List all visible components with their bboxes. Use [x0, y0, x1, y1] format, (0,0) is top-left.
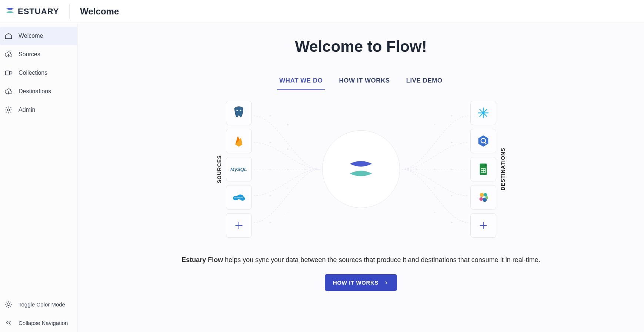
svg-marker-17	[478, 135, 488, 147]
source-mysql[interactable]: MySQL	[226, 157, 252, 181]
right-connectors	[400, 103, 470, 236]
sidebar-item-label: Collections	[19, 70, 47, 76]
sidebar: Welcome Sources Collections Destinations	[0, 23, 78, 332]
destinations-label: DESTINATIONS	[500, 148, 506, 190]
sources-column: MySQL salesforce	[226, 101, 252, 238]
tab-bar: WHAT WE DO HOW IT WORKS LIVE DEMO	[93, 74, 629, 90]
chevrons-left-icon	[4, 319, 13, 327]
description-bold: Estuary Flow	[181, 256, 223, 264]
collapse-navigation[interactable]: Collapse Navigation	[0, 313, 77, 332]
left-connectors	[252, 103, 322, 236]
sidebar-item-label: Welcome	[19, 33, 43, 39]
svg-point-4	[236, 110, 238, 111]
source-salesforce[interactable]: salesforce	[226, 185, 252, 209]
tab-live-demo[interactable]: LIVE DEMO	[404, 74, 445, 90]
cloud-download-icon	[4, 87, 13, 95]
estuary-logo-icon	[5, 6, 15, 17]
destination-google-sheets[interactable]	[470, 157, 496, 181]
sidebar-item-welcome[interactable]: Welcome	[0, 27, 77, 45]
svg-point-5	[240, 110, 241, 111]
sidebar-item-label: Destinations	[19, 88, 51, 95]
sidebar-item-sources[interactable]: Sources	[0, 45, 77, 64]
source-postgresql[interactable]	[226, 101, 252, 125]
hero-title: Welcome to Flow!	[93, 38, 629, 56]
svg-point-25	[483, 193, 487, 197]
destination-snowflake[interactable]	[470, 101, 496, 125]
sidebar-item-label: Admin	[19, 107, 35, 113]
mysql-text-icon: MySQL	[230, 167, 247, 172]
sidebar-item-label: Sources	[19, 51, 40, 58]
sun-icon	[4, 300, 13, 308]
nav-list: Welcome Sources Collections Destinations	[0, 23, 77, 119]
svg-point-2	[7, 109, 10, 111]
home-icon	[4, 32, 13, 40]
svg-point-16	[482, 112, 484, 114]
shell: Welcome Sources Collections Destinations	[0, 23, 644, 332]
header: ESTUARY Welcome	[0, 0, 644, 23]
sidebar-item-destinations[interactable]: Destinations	[0, 82, 77, 101]
svg-rect-0	[6, 71, 10, 75]
cta-row: HOW IT WORKS	[93, 274, 629, 291]
destination-elastic[interactable]	[470, 185, 496, 209]
sidebar-footer-label: Collapse Navigation	[19, 320, 68, 326]
tab-how-it-works[interactable]: HOW IT WORKS	[337, 74, 392, 90]
destinations-column	[470, 101, 496, 238]
brand-logo[interactable]: ESTUARY	[5, 4, 70, 19]
collections-icon	[4, 69, 13, 77]
sidebar-item-admin[interactable]: Admin	[0, 101, 77, 119]
cta-label: HOW IT WORKS	[333, 279, 378, 286]
svg-text:salesforce: salesforce	[234, 197, 243, 199]
svg-point-3	[7, 303, 10, 305]
sources-label: SOURCES	[216, 155, 222, 183]
how-it-works-button[interactable]: HOW IT WORKS	[325, 274, 397, 291]
source-add[interactable]	[226, 213, 252, 238]
svg-point-1	[10, 72, 12, 74]
flow-diagram: SOURCES MySQL salesforce	[194, 101, 528, 238]
destination-add[interactable]	[470, 213, 496, 238]
source-firebase[interactable]	[226, 129, 252, 153]
destination-bigquery[interactable]	[470, 129, 496, 153]
sidebar-spacer	[0, 119, 77, 291]
sidebar-item-collections[interactable]: Collections	[0, 64, 77, 82]
toggle-color-mode[interactable]: Toggle Color Mode	[0, 295, 77, 313]
brand-text: ESTUARY	[18, 7, 59, 16]
cloud-upload-icon	[4, 50, 13, 58]
sidebar-footer: Toggle Color Mode Collapse Navigation	[0, 291, 77, 332]
main-content: Welcome to Flow! WHAT WE DO HOW IT WORKS…	[78, 23, 644, 332]
tab-what-we-do[interactable]: WHAT WE DO	[277, 74, 325, 90]
svg-point-24	[480, 193, 484, 197]
gear-icon	[4, 106, 13, 114]
page-title: Welcome	[80, 6, 119, 17]
svg-point-28	[485, 196, 488, 199]
description: Estuary Flow helps you sync your data be…	[93, 256, 629, 264]
sidebar-footer-label: Toggle Color Mode	[19, 301, 65, 308]
flow-center	[322, 130, 400, 208]
chevron-right-icon	[384, 280, 389, 285]
estuary-flow-logo-icon	[347, 155, 375, 183]
description-rest: helps you sync your data between the sou…	[223, 256, 540, 264]
svg-point-26	[479, 197, 483, 201]
